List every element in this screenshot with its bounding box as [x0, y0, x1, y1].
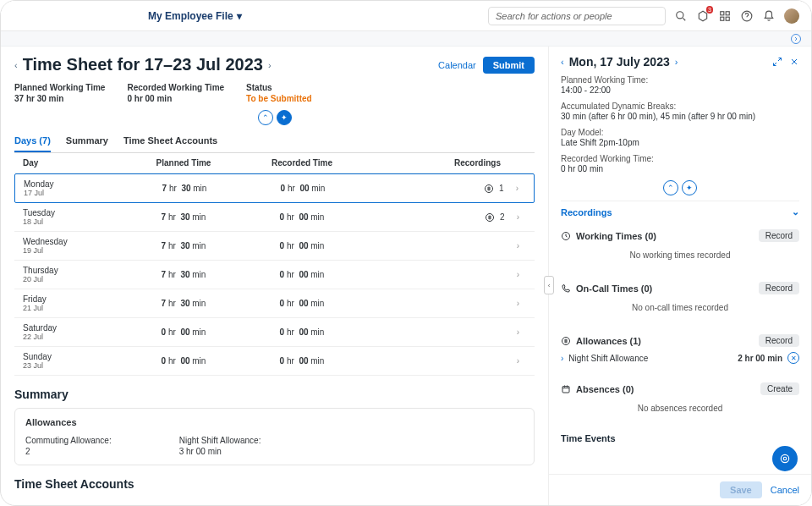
chevron-right-icon: › — [517, 356, 519, 366]
day-name: Saturday — [23, 323, 124, 333]
recorded-cell: 0 hr 00 min — [243, 270, 361, 279]
search-placeholder: Search for actions or people — [496, 11, 612, 21]
side-model-value: Late Shift 2pm-10pm — [561, 138, 799, 147]
collapse-header-button[interactable]: ⌃ — [258, 110, 273, 125]
side-recorded-label: Recorded Working Time: — [561, 154, 799, 163]
calendar-link[interactable]: Calendar — [438, 60, 476, 70]
absences-heading: Absences (0) — [576, 384, 634, 394]
commuting-value: 2 — [25, 447, 112, 456]
recorded-label: Recorded Working Time — [127, 83, 224, 92]
tasks-icon[interactable]: 3 — [696, 9, 710, 23]
recording-icon — [484, 184, 494, 194]
allowances-card: Allowances Commuting Allowance: 2 Night … — [14, 408, 535, 465]
day-date: 21 Jul — [23, 304, 124, 312]
recordings-cell: › — [361, 241, 526, 250]
oncall-heading: On-Call Times (0) — [576, 283, 652, 294]
brand-menu[interactable]: My Employee File ▾ — [148, 10, 242, 22]
fab-button[interactable] — [772, 446, 798, 471]
prev-period-button[interactable]: ‹ — [14, 60, 18, 70]
working-times-heading: Working Times (0) — [576, 231, 656, 241]
tab-summary[interactable]: Summary — [66, 132, 108, 152]
next-period-button[interactable]: › — [268, 60, 272, 70]
day-name: Sunday — [23, 352, 124, 361]
prev-day-button[interactable]: ‹ — [561, 57, 564, 67]
table-row[interactable]: Sunday23 Jul0 hr 00 min0 hr 00 min› — [14, 347, 535, 376]
day-date: 18 Jul — [23, 217, 124, 226]
recorded-value: 0 hr 00 min — [127, 94, 224, 103]
side-planned-label: Planned Working Time: — [561, 75, 799, 85]
recordings-cell: › — [361, 327, 526, 337]
planned-cell: 7 hr 30 min — [124, 299, 243, 308]
phone-icon — [561, 283, 571, 294]
side-model-label: Day Model: — [561, 128, 799, 137]
recordings-cell: › — [361, 270, 526, 279]
search-icon[interactable] — [674, 9, 688, 23]
ai-button[interactable]: ✦ — [277, 110, 292, 125]
tab-days[interactable]: Days (7) — [14, 132, 51, 152]
table-row[interactable]: Monday17 Jul7 hr 30 min0 hr 00 min1› — [14, 173, 535, 203]
day-date: 23 Jul — [23, 361, 124, 370]
night-label: Night Shift Allowance: — [179, 436, 261, 445]
allowance-item[interactable]: › Night Shift Allowance 2 hr 00 min ✕ — [561, 347, 799, 369]
bell-icon[interactable] — [762, 9, 776, 23]
absences-empty: No absences recorded — [561, 395, 799, 421]
chevron-right-icon: › — [561, 354, 563, 363]
table-row[interactable]: Friday21 Jul7 hr 30 min0 hr 00 min› — [14, 289, 535, 318]
recorded-cell: 0 hr 00 min — [243, 356, 361, 366]
fullscreen-icon[interactable] — [772, 57, 782, 67]
collapse-side-button[interactable]: ⌃ — [663, 180, 678, 195]
table-row[interactable]: Saturday22 Jul0 hr 00 min0 hr 00 min› — [14, 318, 535, 347]
allowance-icon — [561, 336, 571, 346]
working-empty: No working times recorded — [561, 242, 799, 268]
notif-badge: 3 — [706, 6, 713, 14]
expand-icon[interactable] — [791, 34, 801, 44]
day-name: Friday — [23, 294, 124, 304]
day-date: 22 Jul — [23, 333, 124, 341]
expand-strip — [1, 31, 811, 47]
chevron-right-icon: › — [517, 327, 519, 337]
close-icon[interactable] — [789, 57, 799, 67]
day-date: 20 Jul — [23, 275, 124, 283]
day-date: 19 Jul — [23, 246, 124, 255]
chevron-down-icon: ⌄ — [792, 206, 799, 217]
next-day-button[interactable]: › — [675, 57, 678, 67]
delete-allowance-button[interactable]: ✕ — [787, 352, 799, 364]
record-working-button[interactable]: Record — [759, 229, 799, 242]
table-row[interactable]: Tuesday18 Jul7 hr 30 min0 hr 00 min2› — [14, 203, 535, 232]
split-handle[interactable]: ‹ — [544, 276, 554, 294]
commuting-label: Commuting Allowance: — [25, 436, 112, 445]
chevron-down-icon: ▾ — [237, 10, 242, 22]
help-icon[interactable] — [740, 9, 754, 23]
clock-icon — [561, 231, 571, 241]
side-panel: ‹ ‹ Mon, 17 July 2023 › Planned Working … — [549, 47, 811, 505]
tabs: Days (7) Summary Time Sheet Accounts — [14, 132, 535, 153]
record-allowance-button[interactable]: Record — [759, 334, 799, 347]
table-row[interactable]: Thursday20 Jul7 hr 30 min0 hr 00 min› — [14, 261, 535, 289]
recorded-cell: 0 hr 00 min — [244, 184, 362, 193]
recordings-cell: › — [361, 356, 526, 366]
chevron-right-icon: › — [517, 212, 519, 222]
side-planned-value: 14:00 - 22:00 — [561, 85, 799, 95]
apps-icon[interactable] — [718, 9, 732, 23]
create-absence-button[interactable]: Create — [760, 382, 799, 395]
day-name: Monday — [24, 179, 125, 189]
record-oncall-button[interactable]: Record — [759, 282, 799, 294]
recordings-header[interactable]: Recordings ⌄ — [561, 201, 799, 223]
search-input[interactable]: Search for actions or people — [488, 7, 666, 25]
night-value: 3 hr 00 min — [179, 447, 261, 456]
planned-cell: 7 hr 30 min — [124, 212, 243, 222]
save-button[interactable]: Save — [720, 481, 762, 498]
brand-label: My Employee File — [148, 10, 233, 22]
avatar[interactable] — [784, 8, 799, 24]
svg-rect-3 — [721, 17, 724, 20]
cancel-button[interactable]: Cancel — [771, 485, 799, 495]
ai-side-button[interactable]: ✦ — [682, 180, 697, 195]
absence-icon — [561, 384, 571, 394]
recorded-cell: 0 hr 00 min — [243, 327, 361, 337]
day-name: Wednesday — [23, 237, 124, 246]
table-row[interactable]: Wednesday19 Jul7 hr 30 min0 hr 00 min› — [14, 232, 535, 261]
planned-cell: 0 hr 00 min — [124, 327, 243, 337]
svg-rect-1 — [721, 11, 724, 14]
submit-button[interactable]: Submit — [483, 57, 535, 74]
tab-accounts[interactable]: Time Sheet Accounts — [123, 132, 217, 152]
